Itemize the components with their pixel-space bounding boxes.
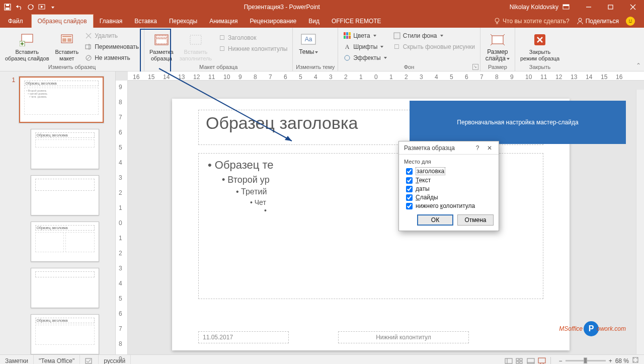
view-slideshow-icon[interactable]	[536, 355, 547, 365]
preserve-button[interactable]: Не изменять	[83, 53, 141, 63]
slide-canvas[interactable]: Образец заголовка • Образец те • Второй …	[128, 81, 644, 354]
fit-to-window-icon[interactable]	[632, 356, 639, 364]
bulb-icon	[494, 18, 501, 25]
thumbnail-pane[interactable]: 1 Образец заголовка• Второй уровень • тр…	[0, 71, 116, 354]
dialog-ok-button[interactable]: ОК	[417, 214, 453, 226]
slideshow-icon[interactable]	[38, 4, 46, 11]
tab-home[interactable]: Главная	[94, 15, 129, 28]
view-reading-icon[interactable]	[525, 355, 536, 365]
tab-view[interactable]: Вид	[302, 15, 326, 28]
colors-button[interactable]: Цвета	[341, 31, 389, 41]
tab-office-remote[interactable]: OFFICE REMOTE	[326, 15, 387, 28]
close-button[interactable]	[622, 0, 644, 14]
chk-title[interactable]: заголовка	[406, 167, 494, 175]
slide-size-button[interactable]: Размер слайда	[484, 30, 512, 62]
collapse-ribbon-icon[interactable]: ⌃	[633, 28, 644, 71]
share-button[interactable]: Поделиться	[577, 18, 619, 25]
fonts-icon: A	[343, 43, 351, 51]
qat-more-icon[interactable]	[50, 4, 54, 11]
svg-rect-60	[538, 358, 545, 363]
svg-rect-55	[520, 358, 522, 360]
vertical-ruler: 9876543210123456789	[116, 81, 128, 354]
highlight-frame	[140, 29, 171, 75]
svg-rect-52	[505, 358, 512, 363]
svg-point-11	[495, 18, 499, 22]
rename-button[interactable]: Переименовать	[83, 42, 141, 52]
effects-icon	[343, 54, 351, 62]
tab-animation[interactable]: Анимация	[203, 15, 244, 28]
svg-rect-1	[6, 8, 10, 10]
svg-rect-37	[344, 32, 346, 35]
dialog-cancel-button[interactable]: Отмена	[457, 214, 494, 226]
svg-rect-27	[86, 45, 91, 49]
bg-dialog-launcher[interactable]: ↘	[472, 64, 478, 70]
date-placeholder[interactable]: 11.05.2017	[198, 331, 289, 343]
thumb-layout-2[interactable]	[31, 175, 99, 215]
svg-point-3	[28, 5, 33, 10]
insert-slide-master-button[interactable]: Вставить образец слайдов	[3, 30, 51, 62]
svg-rect-51	[86, 358, 92, 363]
zoom-value[interactable]: 68 %	[615, 357, 629, 365]
undo-icon[interactable]	[15, 4, 23, 11]
tab-insert[interactable]: Вставка	[128, 15, 163, 28]
fonts-button[interactable]: AШрифты	[341, 42, 389, 52]
svg-rect-40	[344, 36, 346, 39]
insert-layout-button[interactable]: Вставить макет	[53, 30, 80, 62]
tab-file[interactable]: Файл	[0, 15, 31, 28]
status-theme[interactable]: "Тема Office"	[34, 355, 80, 365]
status-notes[interactable]: Заметки	[0, 355, 34, 365]
ribbon-display-icon[interactable]	[562, 4, 578, 10]
tab-review[interactable]: Рецензирование	[244, 15, 303, 28]
chk-slides[interactable]: Слайды	[406, 194, 494, 201]
chk-footer[interactable]: нижнего колонтитула	[406, 202, 494, 209]
hide-bg-checkbox: ☐Скрыть фоновые рисунки	[391, 42, 477, 52]
maximize-button[interactable]	[600, 0, 622, 14]
dialog-help-button[interactable]: ?	[471, 144, 484, 152]
effects-button[interactable]: Эффекты	[341, 53, 389, 63]
view-normal-icon[interactable]	[503, 355, 514, 365]
master-layout-dialog: Разметка образца ? ✕ Место для заголовка…	[398, 141, 499, 231]
ribbon: Вставить образец слайдов Вставить макет …	[0, 28, 644, 71]
svg-point-16	[631, 20, 632, 21]
group-edit-master: Вставить образец слайдов Вставить макет …	[0, 28, 144, 71]
vertical-scrollbar[interactable]	[636, 90, 644, 354]
thumb-master[interactable]: Образец заголовка• Второй уровень • трет…	[19, 77, 104, 123]
redo-icon[interactable]	[27, 4, 34, 11]
watermark: MSofficePowork.com	[559, 321, 629, 336]
svg-rect-38	[346, 32, 348, 35]
workspace: 1 Образец заголовка• Второй уровень • тр…	[0, 71, 644, 354]
group-background: Цвета AШрифты Эффекты Стили фона ☐Скрыть…	[338, 28, 480, 71]
zoom-out-icon[interactable]: −	[559, 357, 562, 365]
thumb-layout-3[interactable]: Образец заголовка	[31, 222, 99, 262]
minimize-button[interactable]	[578, 0, 600, 14]
tab-slide-master[interactable]: Образец слайдов	[31, 14, 94, 28]
svg-rect-23	[62, 38, 66, 42]
title-checkbox: ☐Заголовок	[216, 33, 289, 43]
footer-placeholder[interactable]: Нижний колонтитул	[338, 331, 469, 343]
thumb-layout-5[interactable]: Образец заголовка	[31, 314, 99, 354]
thumb-layout-4[interactable]	[31, 268, 99, 308]
bg-styles-button[interactable]: Стили фона	[391, 31, 477, 41]
save-icon[interactable]	[4, 4, 11, 11]
svg-point-43	[345, 55, 350, 60]
colors-icon	[343, 32, 351, 40]
chk-text[interactable]: Текст	[406, 177, 494, 184]
view-sorter-icon[interactable]	[514, 355, 525, 365]
close-master-button[interactable]: Закрыть режим образца	[518, 30, 561, 62]
tab-transitions[interactable]: Переходы	[163, 15, 203, 28]
themes-button[interactable]: Aa Темы	[296, 30, 321, 55]
dialog-close-button[interactable]: ✕	[484, 144, 496, 152]
status-spellcheck-icon[interactable]	[80, 355, 99, 365]
delete-button[interactable]: Удалить	[83, 31, 141, 41]
close-master-icon	[532, 32, 548, 48]
status-language[interactable]: русский	[99, 355, 131, 365]
rename-icon	[85, 43, 93, 51]
feedback-smiley-icon[interactable]	[626, 17, 635, 26]
thumb-layout-1[interactable]: Образец заголовка	[31, 129, 99, 169]
user-name[interactable]: Nikolay Koldovsky	[506, 4, 562, 11]
chk-date[interactable]: даты	[406, 185, 494, 192]
zoom-control[interactable]: − + 68 %	[554, 356, 644, 364]
tell-me[interactable]: Что вы хотите сделать?	[494, 18, 570, 25]
zoom-in-icon[interactable]: +	[609, 357, 612, 365]
zoom-slider[interactable]	[566, 360, 606, 361]
